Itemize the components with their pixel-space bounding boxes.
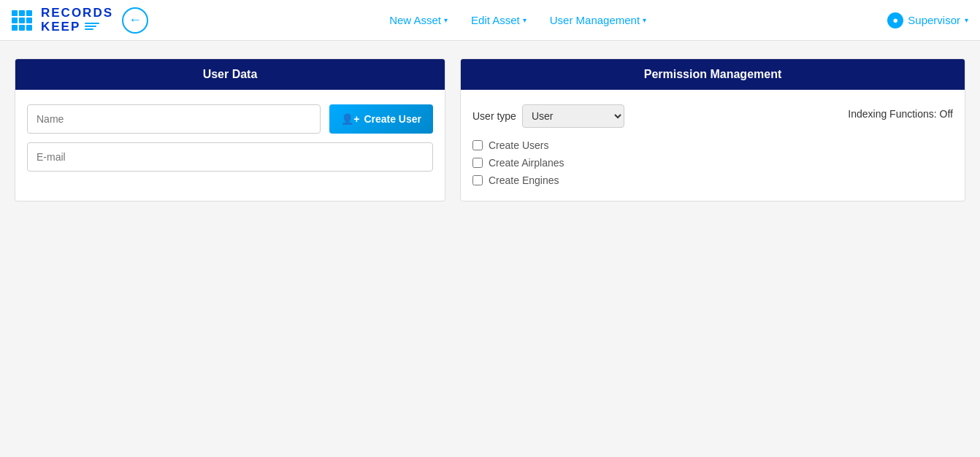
user-data-panel-body: 👤+ Create User: [15, 90, 445, 195]
create-airplanes-checkbox[interactable]: [472, 158, 483, 168]
new-asset-chevron: ▾: [444, 16, 448, 24]
navbar-center: New Asset ▾ Edit Asset ▾ User Management…: [160, 14, 876, 26]
navbar-left: RECORDS KEEP ←: [12, 7, 148, 34]
create-users-checkbox-row[interactable]: Create Users: [472, 139, 819, 151]
create-engines-checkbox-row[interactable]: Create Engines: [472, 174, 819, 186]
navbar-right[interactable]: ● Supervisor ▾: [887, 12, 968, 28]
user-avatar-icon: ●: [887, 12, 903, 28]
logo-keep-text: KEEP: [41, 20, 80, 34]
create-engines-label: Create Engines: [489, 174, 559, 186]
user-management-chevron: ▾: [643, 16, 646, 24]
permission-checkboxes: Create Users Create Airplanes Create Eng…: [472, 139, 819, 186]
create-engines-checkbox[interactable]: [472, 175, 483, 185]
name-input[interactable]: [27, 104, 321, 134]
name-row: 👤+ Create User: [27, 104, 433, 134]
create-users-label: Create Users: [489, 139, 548, 151]
grid-menu-icon[interactable]: [12, 10, 32, 31]
permission-panel-header: Permission Management: [461, 59, 965, 90]
email-input[interactable]: [27, 142, 433, 172]
nav-new-asset[interactable]: New Asset ▾: [389, 14, 448, 26]
create-users-checkbox[interactable]: [472, 140, 483, 150]
user-data-panel: User Data 👤+ Create User: [15, 58, 445, 201]
back-button[interactable]: ←: [122, 7, 148, 34]
supervisor-chevron: ▾: [965, 16, 968, 24]
nav-edit-asset[interactable]: Edit Asset ▾: [471, 14, 527, 26]
logo-records-text: RECORDS: [41, 7, 113, 20]
create-airplanes-checkbox-row[interactable]: Create Airplanes: [472, 157, 819, 169]
user-type-label: User type: [472, 110, 516, 122]
indexing-functions-label: Indexing Functions: Off: [848, 108, 953, 120]
user-type-row: User type User Admin Supervisor: [472, 104, 819, 128]
logo: RECORDS KEEP: [41, 7, 113, 34]
user-type-select[interactable]: User Admin Supervisor: [522, 104, 624, 128]
permission-panel-body: User type User Admin Supervisor Create U…: [461, 90, 965, 201]
main-content: User Data 👤+ Create User Permission Mana…: [0, 41, 980, 219]
user-data-panel-header: User Data: [15, 59, 445, 90]
permission-right-col: Indexing Functions: Off: [848, 104, 953, 120]
person-add-icon: 👤+: [341, 113, 359, 125]
edit-asset-chevron: ▾: [523, 16, 527, 24]
logo-lines-icon: [85, 23, 99, 31]
navbar: RECORDS KEEP ← New Asset ▾ Edit Asset ▾ …: [0, 0, 980, 41]
create-user-button[interactable]: 👤+ Create User: [329, 104, 433, 134]
nav-user-management[interactable]: User Management ▾: [550, 14, 646, 26]
permission-panel: Permission Management User type User Adm…: [460, 58, 965, 201]
create-airplanes-label: Create Airplanes: [489, 157, 564, 169]
supervisor-label: Supervisor: [908, 14, 960, 26]
permission-left-col: User type User Admin Supervisor Create U…: [472, 104, 819, 186]
email-row: [27, 142, 433, 172]
